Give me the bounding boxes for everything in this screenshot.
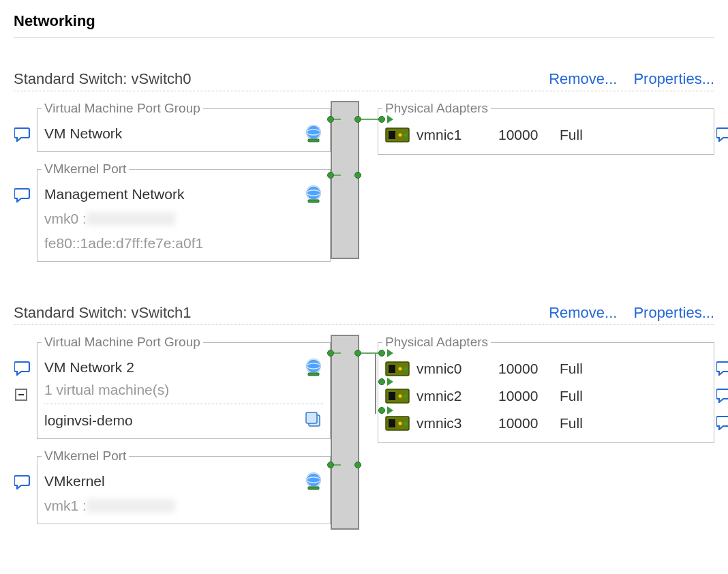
properties-link[interactable]: Properties...: [633, 70, 714, 88]
switch-label: Standard Switch: vSwitch0: [14, 70, 191, 88]
redacted-ip: [87, 212, 175, 226]
vswitch-bus: [331, 101, 359, 259]
remove-link[interactable]: Remove...: [549, 304, 617, 322]
vmkernel-name: Management Network: [44, 186, 184, 202]
vmk-address-line: vmk0 :: [44, 211, 87, 227]
physical-adapters-legend: Physical Adapters: [382, 335, 491, 350]
vmkernel-name: VMkernel: [44, 473, 105, 489]
physical-adapters-legend: Physical Adapters: [382, 101, 491, 116]
switch-vswitch1: Standard Switch: vSwitch1 Remove... Prop…: [14, 304, 714, 534]
physical-adapters-group: Physical Adapters vmnic1 10000 Full: [378, 101, 714, 155]
port-network-icon: [304, 358, 323, 377]
vmkernel-legend: VMkernel Port: [42, 162, 129, 177]
vm-name[interactable]: loginvsi-demo: [44, 412, 133, 429]
nic-speed: 10000: [498, 361, 560, 377]
properties-link[interactable]: Properties...: [633, 304, 714, 322]
vmk-ipv6: fe80::1ade:d7ff:fe7e:a0f1: [44, 235, 203, 252]
info-bubble-icon[interactable]: [716, 361, 728, 376]
info-bubble-icon[interactable]: [14, 187, 31, 202]
info-bubble-icon[interactable]: [716, 388, 728, 403]
vm-count-line: 1 virtual machine(s): [44, 382, 169, 398]
info-bubble-icon[interactable]: [14, 474, 31, 489]
nic-duplex: Full: [560, 388, 601, 404]
info-bubble-icon[interactable]: [716, 415, 728, 430]
nic-duplex: Full: [560, 415, 601, 432]
physical-adapter-vmnic1[interactable]: vmnic1 10000 Full: [385, 121, 707, 149]
switch-vswitch0: Standard Switch: vSwitch0 Remove... Prop…: [14, 70, 714, 271]
portgroup-name: VM Network: [44, 125, 122, 142]
vswitch-bus: [331, 335, 359, 530]
switch-name: vSwitch1: [131, 304, 191, 321]
page-title: Networking: [14, 12, 714, 37]
info-bubble-icon[interactable]: [14, 361, 31, 376]
vm-portgroup-legend: Virtual Machine Port Group: [42, 101, 203, 116]
portgroup-name: VM Network 2: [44, 359, 134, 376]
vmk-address-line: vmk1 :: [44, 498, 87, 514]
vmkernel-legend: VMkernel Port: [42, 449, 129, 464]
nic-duplex: Full: [560, 127, 601, 143]
vm-portgroup-vm-network-2[interactable]: Virtual Machine Port Group VM Network 2 …: [37, 335, 331, 439]
port-network-icon: [304, 472, 323, 491]
vm-portgroup-vm-network[interactable]: Virtual Machine Port Group VM Network: [37, 101, 331, 152]
nic-card-icon: [385, 388, 410, 404]
nic-card-icon: [385, 415, 410, 432]
nic-card-icon: [385, 127, 410, 143]
switch-body: Virtual Machine Port Group VM Network 2 …: [14, 325, 714, 534]
nic-speed: 10000: [498, 127, 560, 143]
switch-header: Standard Switch: vSwitch0 Remove... Prop…: [14, 70, 714, 91]
vmkernel-port-management-network[interactable]: VMkernel Port Management Network vmk0 : …: [37, 162, 331, 262]
remove-link[interactable]: Remove...: [549, 70, 617, 88]
switch-prefix: Standard Switch:: [14, 304, 131, 321]
port-network-icon: [304, 124, 323, 143]
vmkernel-port-vmkernel[interactable]: VMkernel Port VMkernel vmk1 :: [37, 449, 331, 524]
switch-body: Virtual Machine Port Group VM Network VM…: [14, 91, 714, 271]
nic-name: vmnic1: [416, 127, 498, 143]
collapse-icon[interactable]: [14, 388, 31, 403]
vm-portgroup-legend: Virtual Machine Port Group: [42, 335, 203, 350]
physical-adapters-group: Physical Adapters vmnic0 10000 Full vmni…: [378, 335, 714, 443]
switch-prefix: Standard Switch:: [14, 70, 131, 87]
nic-card-icon: [385, 361, 410, 377]
redacted-ip: [87, 499, 175, 513]
switch-name: vSwitch0: [131, 70, 191, 87]
info-bubble-icon[interactable]: [716, 127, 728, 142]
info-bubble-icon[interactable]: [14, 127, 31, 142]
physical-adapter-vmnic2[interactable]: vmnic2 10000 Full: [385, 382, 707, 410]
nic-speed: 10000: [498, 415, 560, 432]
nic-name: vmnic0: [416, 361, 498, 377]
physical-adapter-vmnic0[interactable]: vmnic0 10000 Full: [385, 355, 707, 382]
physical-adapter-vmnic3[interactable]: vmnic3 10000 Full: [385, 410, 707, 437]
nic-name: vmnic2: [416, 388, 498, 404]
switch-label: Standard Switch: vSwitch1: [14, 304, 191, 322]
vm-icon: [305, 412, 323, 429]
nic-duplex: Full: [560, 361, 601, 377]
nic-name: vmnic3: [416, 415, 498, 432]
port-network-icon: [304, 185, 323, 204]
nic-speed: 10000: [498, 388, 560, 404]
switch-header: Standard Switch: vSwitch1 Remove... Prop…: [14, 304, 714, 325]
